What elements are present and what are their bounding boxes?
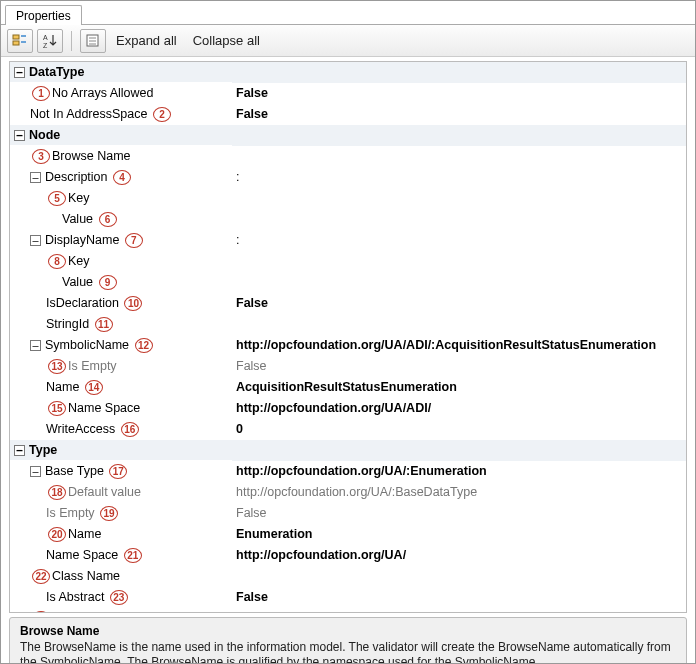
prop-label: Name: [68, 527, 101, 541]
property-pages-button[interactable]: [80, 29, 106, 53]
annotation-17: 17: [109, 464, 127, 479]
expand-all-button[interactable]: Expand all: [110, 29, 183, 52]
prop-value[interactable]: [232, 566, 686, 587]
annotation-14: 14: [85, 380, 103, 395]
tab-strip: Properties: [1, 1, 695, 25]
prop-label: Value: [62, 212, 93, 226]
row-sn-namespace[interactable]: 15Name Space http://opcfoundation.org/UA…: [10, 398, 686, 419]
prop-label: Description: [45, 170, 108, 184]
annotation-9: 9: [99, 275, 117, 290]
row-display-name[interactable]: –DisplayName 7 :: [10, 230, 686, 251]
category-label: DataType: [29, 65, 84, 79]
annotation-12: 12: [135, 338, 153, 353]
prop-value[interactable]: http://opcfoundation.org/UA/ADI/: [232, 398, 686, 419]
collapse-icon[interactable]: –: [30, 172, 41, 183]
category-node[interactable]: –Node: [10, 125, 686, 146]
collapse-icon[interactable]: –: [14, 67, 25, 78]
annotation-13: 13: [48, 359, 66, 374]
property-grid: –DataType 1No Arrays Allowed False Not I…: [9, 61, 687, 613]
prop-label: WriteAccess: [46, 422, 115, 436]
category-label: Type: [29, 443, 57, 457]
annotation-16: 16: [121, 422, 139, 437]
row-bt-name[interactable]: 20Name Enumeration: [10, 524, 686, 545]
prop-value[interactable]: [232, 209, 686, 230]
toolbar-separator: [71, 31, 72, 51]
prop-value[interactable]: :: [232, 230, 686, 251]
row-not-in-addr[interactable]: Not In AddressSpace 2 False: [10, 104, 686, 125]
collapse-icon[interactable]: –: [30, 340, 41, 351]
tab-properties[interactable]: Properties: [5, 5, 82, 25]
row-browse-name[interactable]: 3Browse Name: [10, 146, 686, 167]
row-no-class-gen[interactable]: 24No Class Generation False: [10, 608, 686, 614]
prop-value[interactable]: http://opcfoundation.org/UA/:Enumeration: [232, 461, 686, 482]
prop-value[interactable]: False: [232, 293, 686, 314]
collapse-icon[interactable]: –: [30, 235, 41, 246]
prop-label: SymbolicName: [45, 338, 129, 352]
prop-value: False: [232, 356, 686, 377]
collapse-icon[interactable]: –: [14, 445, 25, 456]
annotation-15: 15: [48, 401, 66, 416]
annotation-24: 24: [32, 611, 50, 613]
row-desc-value[interactable]: Value 6: [10, 209, 686, 230]
prop-value[interactable]: [232, 272, 686, 293]
prop-value[interactable]: False: [232, 83, 686, 104]
prop-value[interactable]: [232, 188, 686, 209]
prop-label: Not In AddressSpace: [30, 107, 147, 121]
prop-label: Default value: [68, 485, 141, 499]
annotation-20: 20: [48, 527, 66, 542]
prop-label: Name Space: [46, 548, 118, 562]
row-symbolic-name[interactable]: –SymbolicName 12 http://opcfoundation.or…: [10, 335, 686, 356]
prop-value[interactable]: AcquisitionResultStatusEnumeration: [232, 377, 686, 398]
collapse-all-button[interactable]: Collapse all: [187, 29, 266, 52]
prop-value[interactable]: False: [232, 587, 686, 608]
category-type[interactable]: –Type: [10, 440, 686, 461]
alphabetical-button[interactable]: A Z: [37, 29, 63, 53]
description-title: Browse Name: [20, 624, 676, 638]
prop-label: No Arrays Allowed: [52, 86, 153, 100]
row-no-arrays[interactable]: 1No Arrays Allowed False: [10, 83, 686, 104]
annotation-5: 5: [48, 191, 66, 206]
prop-value[interactable]: http://opcfoundation.org/UA/ADI/:Acquisi…: [232, 335, 686, 356]
prop-value[interactable]: [232, 314, 686, 335]
row-dn-value[interactable]: Value 9: [10, 272, 686, 293]
row-bt-is-empty[interactable]: Is Empty 19 False: [10, 503, 686, 524]
categorized-icon: [12, 33, 28, 49]
prop-label: Name Space: [68, 401, 140, 415]
categorized-button[interactable]: [7, 29, 33, 53]
row-string-id[interactable]: StringId 11: [10, 314, 686, 335]
row-is-declaration[interactable]: IsDeclaration 10 False: [10, 293, 686, 314]
collapse-icon[interactable]: –: [30, 466, 41, 477]
prop-label: StringId: [46, 317, 89, 331]
prop-value[interactable]: Enumeration: [232, 524, 686, 545]
prop-label: IsDeclaration: [46, 296, 119, 310]
prop-value[interactable]: 0: [232, 419, 686, 440]
prop-value[interactable]: :: [232, 167, 686, 188]
prop-value[interactable]: False: [232, 104, 686, 125]
prop-value[interactable]: [232, 251, 686, 272]
prop-value[interactable]: False: [232, 608, 686, 614]
row-desc-key[interactable]: 5Key: [10, 188, 686, 209]
annotation-10: 10: [124, 296, 142, 311]
row-class-name[interactable]: 22Class Name: [10, 566, 686, 587]
collapse-icon[interactable]: –: [14, 130, 25, 141]
prop-value: http://opcfoundation.org/UA/:BaseDataTyp…: [232, 482, 686, 503]
annotation-11: 11: [95, 317, 113, 332]
prop-label: Is Empty: [68, 359, 117, 373]
svg-text:Z: Z: [43, 42, 48, 49]
row-bt-namespace[interactable]: Name Space 21 http://opcfoundation.org/U…: [10, 545, 686, 566]
row-write-access[interactable]: WriteAccess 16 0: [10, 419, 686, 440]
prop-value[interactable]: [232, 146, 686, 167]
row-base-type[interactable]: –Base Type 17 http://opcfoundation.org/U…: [10, 461, 686, 482]
prop-label: Value: [62, 275, 93, 289]
category-datatype[interactable]: –DataType: [10, 62, 686, 83]
toolbar: A Z Expand all Collapse all: [1, 25, 695, 57]
annotation-19: 19: [100, 506, 118, 521]
row-sn-is-empty[interactable]: 13Is Empty False: [10, 356, 686, 377]
row-description[interactable]: –Description 4 :: [10, 167, 686, 188]
row-sn-name[interactable]: Name 14 AcquisitionResultStatusEnumerati…: [10, 377, 686, 398]
sort-az-icon: A Z: [42, 33, 58, 49]
row-bt-default[interactable]: 18Default value http://opcfoundation.org…: [10, 482, 686, 503]
prop-value[interactable]: http://opcfoundation.org/UA/: [232, 545, 686, 566]
row-is-abstract[interactable]: Is Abstract 23 False: [10, 587, 686, 608]
row-dn-key[interactable]: 8Key: [10, 251, 686, 272]
